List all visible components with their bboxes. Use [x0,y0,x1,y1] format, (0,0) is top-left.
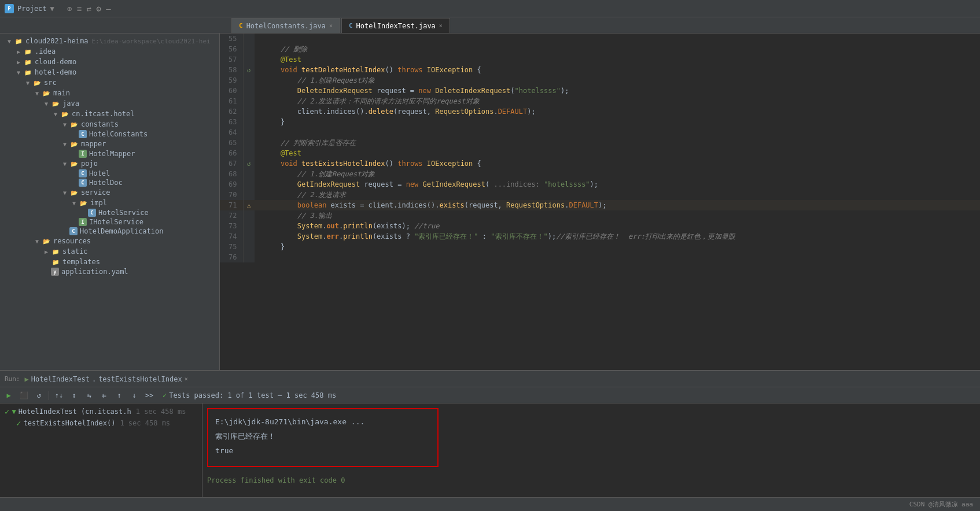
table-row: 60 DeleteIndexRequest request = new Dele… [220,86,980,96]
sidebar-item-application-yaml[interactable]: y application.yaml [0,267,219,276]
line-code: GetIndexRequest request = new GetIndexRe… [255,179,980,190]
sort-asc-button[interactable]: ↑↓ [53,389,65,402]
line-code [255,127,980,138]
line-gutter [243,148,255,158]
sidebar-item-hotel-service[interactable]: C HotelService [0,208,219,217]
tree-arrow [69,180,79,186]
sidebar-label: HotelMapper [89,150,135,158]
folder-icon: 📂 [60,109,69,119]
line-code: // 1.创建Request对象 [255,169,980,179]
line-gutter: ↺ [243,65,255,75]
sidebar-item-constants[interactable]: ▼ 📂 constants [0,119,219,129]
expand-button[interactable]: ⇆ [83,389,95,402]
sidebar-item-src[interactable]: ▼ 📂 src [0,77,219,88]
line-code: @Test [255,148,980,158]
sidebar-label: java [62,99,79,108]
tree-arrow: ▼ [60,190,69,196]
dropdown-arrow[interactable]: ▼ [50,5,54,13]
tab-hotel-index-test[interactable]: C HotelIndexTest.java × [341,18,450,33]
exit-code-line: Process finished with exit code 0 [207,476,975,484]
sidebar-item-main[interactable]: ▼ 📂 main [0,88,219,98]
sidebar-item-impl[interactable]: ▼ 📂 impl [0,198,219,208]
sidebar-item-hotel-mapper[interactable]: I HotelMapper [0,149,219,158]
line-gutter [243,44,255,54]
project-label[interactable]: Project [17,5,47,13]
pass-icon: ✓ [5,407,9,416]
line-code: // 1.创建Request对象 [255,75,980,86]
sidebar-item-pojo[interactable]: ▼ 📂 pojo [0,158,219,169]
run-stop-button[interactable]: ⬛ [17,389,30,402]
code-editor[interactable]: 55 56 // 删除 57 @Test [220,34,980,370]
sidebar-item-idea[interactable]: ▶ 📁 .idea [0,46,219,57]
sidebar-label: cloud-demo [35,58,76,66]
table-row: 65 // 判断索引库是否存在 [220,138,980,148]
sidebar-item-mapper[interactable]: ▼ 📂 mapper [0,139,219,149]
line-gutter [243,117,255,127]
sidebar-item-templates[interactable]: 📁 templates [0,257,219,267]
run-tree-test[interactable]: ✓ testExistsHotelIndex() 1 sec 458 ms [2,417,200,429]
sidebar-item-hotel-demo[interactable]: ▼ 📁 hotel-demo [0,67,219,77]
suite-time: 1 sec 458 ms [136,408,186,416]
tab-close-active[interactable]: × [439,23,443,29]
up-button[interactable]: ↑ [113,389,126,402]
java-class-icon: C [88,209,96,217]
sort-desc-button[interactable]: ↕ [68,389,80,402]
tree-arrow [69,171,79,177]
folder-icon: 📁 [23,57,32,66]
table-row: 59 // 1.创建Request对象 [220,75,980,86]
line-number: 61 [220,96,243,106]
sidebar-label: cn.itcast.hotel [72,110,134,118]
line-gutter [243,179,255,190]
run-tree-suite[interactable]: ✓ ▼ HotelIndexTest (cn.itcast.h 1 sec 45… [2,406,200,417]
sidebar-item-cloud2021[interactable]: ▼ 📁 cloud2021-heima E:\idea-workspace\cl… [0,36,219,46]
sidebar-item-service[interactable]: ▼ 📂 service [0,187,219,198]
table-row: 57 @Test [220,54,980,65]
java-class-icon: C [79,130,87,138]
sidebar-item-ihotel-service[interactable]: I IHotelService [0,217,219,227]
table-row: 63 } [220,117,980,127]
more-button[interactable]: >> [143,389,156,402]
line-gutter: ⚠ [243,200,255,210]
run-tab-close[interactable]: × [185,376,188,382]
sidebar-item-hotel-constants[interactable]: C HotelConstants [0,129,219,139]
suite-label: HotelIndexTest (cn.itcast.h [19,408,131,416]
folder-icon: 📂 [69,188,79,197]
sidebar-item-cn-itcast[interactable]: ▼ 📂 cn.itcast.hotel [0,109,219,119]
run-rerun-button[interactable]: ↺ [32,389,45,402]
table-row: 72 // 3.输出 [220,210,980,221]
sidebar-item-resources[interactable]: ▼ 📂 resources [0,236,219,246]
pass-icon: ✓ [16,419,21,428]
sidebar-item-hotel-doc[interactable]: C HotelDoc [0,178,219,187]
line-gutter [243,252,255,262]
sidebar-item-java[interactable]: ▼ 📂 java [0,98,219,109]
sidebar-item-static[interactable]: ▶ 📁 static [0,246,219,257]
run-play-button[interactable]: ▶ [2,389,15,402]
folder-icon: 📂 [51,99,60,108]
run-tab-sublabel: testExistsHotelIndex [98,375,182,383]
line-code: boolean exists = client.indices().exists… [255,200,980,210]
line-number: 62 [220,106,243,117]
sidebar-item-hotel[interactable]: C Hotel [0,169,219,178]
table-row: 70 // 2.发送请求 [220,190,980,200]
sidebar-item-cloud-demo[interactable]: ▶ 📁 cloud-demo [0,57,219,67]
main-area: ▼ 📁 cloud2021-heima E:\idea-workspace\cl… [0,34,980,370]
run-tab-hotel-index[interactable]: ▶ HotelIndexTest . testExistsHotelIndex … [25,375,188,383]
line-number: 58 [220,65,243,75]
line-gutter [243,86,255,96]
tree-arrow: ▼ [32,238,42,245]
collapse-button[interactable]: ⇇ [98,389,110,402]
tab-close[interactable]: × [329,23,333,29]
sidebar-item-hotel-demo-app[interactable]: C HotelDemoApplication [0,227,219,236]
line-gutter [243,75,255,86]
table-row: 68 // 1.创建Request对象 [220,169,980,179]
tree-arrow: ▼ [69,200,79,206]
line-gutter [243,242,255,252]
folder-icon: 📁 [51,257,60,266]
tab-hotel-constants[interactable]: C HotelConstants.java × [231,18,340,33]
down-button[interactable]: ↓ [128,389,141,402]
line-gutter [243,221,255,231]
run-content: ✓ ▼ HotelIndexTest (cn.itcast.h 1 sec 45… [0,403,980,497]
run-output: E:\jdk\jdk-8u271\bin\java.exe ... 索引库已经存… [202,403,980,497]
line-code: void testExistsHotelIndex() throws IOExc… [255,158,980,169]
line-gutter [243,169,255,179]
